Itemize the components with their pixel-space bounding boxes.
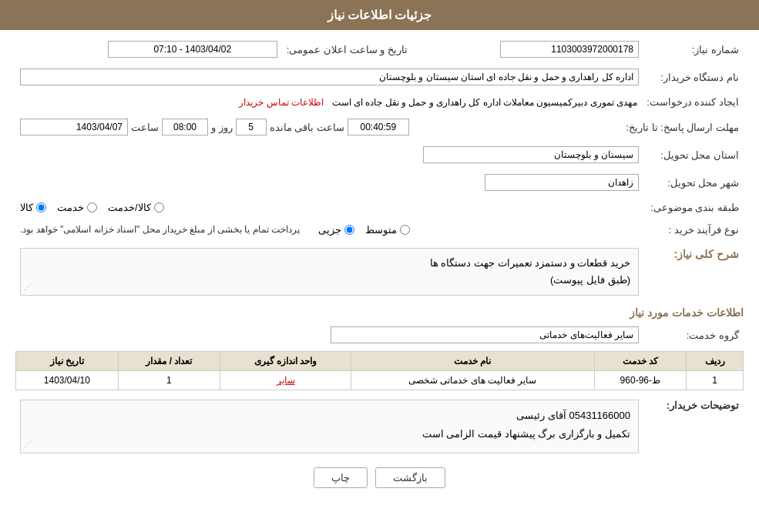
back-button[interactable]: بازگشت	[375, 467, 445, 488]
category-kala-khidmat[interactable]: کالا/خدمت	[108, 202, 164, 213]
purchase-type-medium[interactable]: متوسط	[365, 224, 410, 236]
col-row: ردیف	[687, 352, 744, 371]
buyer-notes-box: 05431166000 آقای رئیسیتکمیل و بارگزاری ب…	[20, 400, 639, 453]
description-box: خرید قطعات و دستمزد تعمیرات جهت دستگاه ه…	[20, 248, 639, 296]
cell-row: 1	[687, 371, 744, 390]
col-unit: واحد اندازه گیری	[220, 352, 351, 371]
province-input[interactable]	[423, 146, 639, 163]
announce-datetime-label: تاریخ و ساعت اعلان عمومی:	[282, 38, 423, 61]
cell-service-code: ط-96-960	[594, 371, 686, 390]
print-button[interactable]: چاپ	[314, 467, 368, 488]
deadline-date-input[interactable]	[20, 119, 128, 136]
purchase-type-partial[interactable]: جزیی	[318, 224, 354, 236]
description-section-title: شرح کلی نیاز:	[643, 245, 744, 299]
col-service-name: نام خدمت	[351, 352, 595, 371]
announce-datetime-input[interactable]	[108, 41, 277, 58]
category-label: طبقه بندی موضوعی:	[643, 199, 744, 216]
buyer-org-label: نام دستگاه خریدار:	[643, 65, 744, 89]
cell-quantity: 1	[118, 371, 220, 390]
page-header: جزئیات اطلاعات نیاز	[0, 0, 759, 30]
cell-date: 1403/04/10	[16, 371, 119, 390]
deadline-label: مهلت ارسال پاسخ: تا تاریخ:	[621, 115, 744, 139]
deadline-days-input[interactable]	[236, 119, 267, 136]
buyer-notes-resize[interactable]: ⋱	[24, 437, 32, 451]
deadline-countdown-input[interactable]	[348, 119, 409, 136]
col-quantity: تعداد / مقدار	[118, 352, 220, 371]
page-title: جزئیات اطلاعات نیاز	[327, 8, 432, 22]
buyer-notes-label: توضیحات خریدار:	[643, 396, 744, 457]
service-group-input[interactable]	[331, 326, 639, 343]
creator-label: ایجاد کننده درخواست:	[642, 93, 744, 111]
category-khidmat[interactable]: خدمت	[57, 202, 97, 213]
resize-handle[interactable]: ⋱	[24, 280, 32, 293]
countdown-label: ساعت باقی مانده	[270, 122, 344, 133]
cell-unit[interactable]: سایر	[220, 371, 351, 390]
days-label: روز و	[211, 122, 233, 133]
services-section-title: اطلاعات خدمات مورد نیاز	[15, 306, 744, 319]
table-row: 1 ط-96-960 سایر فعالیت های خدماتی شخصی س…	[16, 371, 744, 390]
purchase-type-label: نوع فرآیند خرید :	[643, 221, 744, 239]
contact-link[interactable]: اطلاعات تماس خریدار	[239, 97, 324, 108]
province-label: استان محل تحویل:	[643, 143, 744, 166]
time-label: ساعت	[131, 122, 159, 133]
button-row: بازگشت چاپ	[15, 467, 744, 488]
tender-number-input[interactable]	[500, 41, 639, 58]
tender-number-label: شماره نیاز:	[643, 38, 744, 61]
city-label: شهر محل تحویل:	[643, 171, 744, 194]
buyer-notes-text: 05431166000 آقای رئیسیتکمیل و بارگزاری ب…	[422, 410, 630, 439]
col-service-code: کد خدمت	[594, 352, 686, 371]
col-date: تاریخ نیاز	[16, 352, 119, 371]
description-text: خرید قطعات و دستمزد تعمیرات جهت دستگاه ه…	[430, 257, 630, 286]
cell-service-name: سایر فعالیت های خدماتی شخصی	[351, 371, 595, 390]
service-group-label: گروه خدمت:	[643, 323, 744, 346]
buyer-org-input[interactable]	[20, 69, 639, 85]
city-input[interactable]	[485, 174, 639, 191]
deadline-time-input[interactable]	[162, 119, 208, 136]
category-kala[interactable]: کالا	[20, 202, 46, 213]
creator-value: مهدی تموری دبیرکمیسیون معاملات اداره کل …	[332, 97, 637, 108]
purchase-type-note: پرداخت تمام یا بخشی از مبلغ خریداز محل "…	[20, 224, 300, 235]
services-table: ردیف کد خدمت نام خدمت واحد اندازه گیری ت…	[15, 351, 744, 390]
